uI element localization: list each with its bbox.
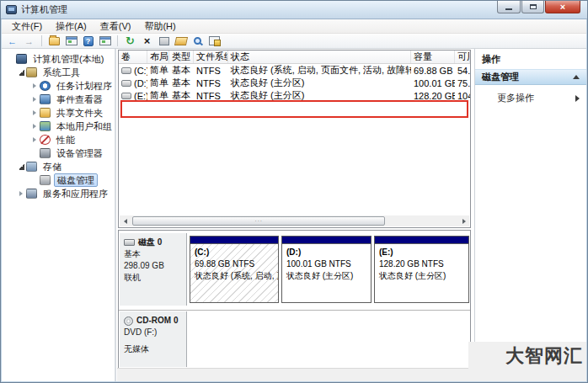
expander[interactable] <box>30 124 39 129</box>
sidebar-item-device-manager[interactable]: 设备管理器 <box>2 146 115 160</box>
sidebar-item-task-scheduler[interactable]: 任务计划程序 <box>2 79 115 93</box>
window-title: 计算机管理 <box>21 3 67 16</box>
properties-button[interactable] <box>157 35 171 47</box>
column-header-volume[interactable]: 卷 <box>119 51 147 63</box>
partition-name: (D:) <box>286 247 366 258</box>
expander[interactable] <box>30 137 39 142</box>
properties-window-button[interactable] <box>98 35 112 47</box>
back-button[interactable]: ← <box>5 35 19 47</box>
volume-icon <box>121 80 131 87</box>
close-button[interactable]: × <box>545 1 580 13</box>
partition-d[interactable]: (D:) 100.01 GB NTFS 状态良好 (主分区) <box>281 236 372 303</box>
refresh-icon: ↻ <box>126 35 135 47</box>
disk-status: 联机 <box>124 272 182 284</box>
volume-free: 54.3 <box>455 66 470 76</box>
sidebar-item-computer-management[interactable]: 计算机管理(本地) <box>2 52 115 66</box>
close-icon: × <box>560 2 565 13</box>
column-header-capacity[interactable]: 容量 <box>411 51 455 63</box>
scroll-left-icon <box>124 219 127 224</box>
graphical-view: 磁盘 0 基本 298.09 GB 联机 (C:) 69.88 GB NTFS … <box>118 230 471 369</box>
volume-layout: 简单 <box>147 77 169 89</box>
scroll-right-icon <box>462 219 466 224</box>
cd-rom-icon <box>124 317 133 326</box>
menu-action[interactable]: 操作(A) <box>49 19 94 35</box>
expander-closed-icon <box>33 137 36 142</box>
minimize-button[interactable] <box>497 1 521 13</box>
console-window-icon <box>66 36 78 45</box>
show-hide-tree-button[interactable] <box>47 35 61 47</box>
forward-button[interactable]: → <box>22 35 36 47</box>
table-row-volume-d[interactable]: (D:) 简单 基本 NTFS 状态良好 (主分区) 100.01 GB 75.… <box>119 77 470 89</box>
sidebar-item-system-tools[interactable]: 系统工具 <box>2 66 115 79</box>
computer-management-window: 计算机管理 × 文件(F) 操作(A) 查看(V) 帮助(H) ← → ? ↻ … <box>0 0 588 383</box>
partition-status: 状态良好 (主分区) <box>286 270 366 282</box>
performance-icon <box>40 135 51 145</box>
column-header-filesystem[interactable]: 文件系统 <box>194 51 228 63</box>
maximize-button[interactable] <box>521 1 544 13</box>
collapse-icon[interactable] <box>573 75 580 79</box>
actions-section-disk-management[interactable]: 磁盘管理 <box>475 69 586 85</box>
sidebar-item-performance[interactable]: 性能 <box>2 133 115 146</box>
column-header-free[interactable]: 可用空间 <box>455 51 470 63</box>
volume-status: 状态良好 (系统, 启动, 页面文件, 活动, 故障转储, 主分区) <box>228 64 411 77</box>
expander-closed-icon <box>33 83 36 88</box>
column-header-status[interactable]: 状态 <box>228 51 411 63</box>
maximize-icon <box>530 4 537 9</box>
expander-open-icon <box>19 164 24 170</box>
scroll-right-button[interactable] <box>458 215 469 226</box>
menu-help[interactable]: 帮助(H) <box>137 19 182 35</box>
menu-file[interactable]: 文件(F) <box>5 19 49 35</box>
delete-icon: × <box>144 35 151 47</box>
open-folder-icon <box>174 37 187 45</box>
scroll-left-button[interactable] <box>120 215 131 226</box>
table-row-volume-c[interactable]: (C:) 简单 基本 NTFS 状态良好 (系统, 启动, 页面文件, 活动, … <box>119 64 470 77</box>
console-window-button[interactable] <box>64 35 78 47</box>
menu-view[interactable]: 查看(V) <box>94 19 138 35</box>
volume-fs: NTFS <box>194 66 228 76</box>
expander-closed-icon <box>33 124 36 129</box>
hard-disk-icon <box>124 239 135 246</box>
event-viewer-icon <box>40 94 51 104</box>
title-bar[interactable]: 计算机管理 × <box>1 1 587 19</box>
sidebar-item-shared-folders[interactable]: 共享文件夹 <box>2 106 115 120</box>
minimize-icon <box>505 8 512 10</box>
partition-c[interactable]: (C:) 69.88 GB NTFS 状态良好 (系统, 启动, 页面 <box>190 236 279 303</box>
menu-bar: 文件(F) 操作(A) 查看(V) 帮助(H) <box>2 19 586 34</box>
sidebar-item-local-users-groups[interactable]: 本地用户和组 <box>2 120 115 133</box>
column-header-type[interactable]: 类型 <box>169 51 194 63</box>
delete-button[interactable]: × <box>140 35 154 47</box>
search-button[interactable] <box>190 35 205 47</box>
expander[interactable] <box>30 97 39 102</box>
expander-closed-icon <box>33 110 36 115</box>
expander[interactable] <box>17 191 25 196</box>
sidebar-item-disk-management[interactable]: 磁盘管理 <box>2 173 115 187</box>
volume-capacity: 69.88 GB <box>411 66 455 76</box>
expander[interactable] <box>17 70 25 76</box>
manage-button[interactable] <box>207 35 222 47</box>
expander[interactable] <box>17 164 25 170</box>
expander[interactable] <box>30 83 39 88</box>
scrollbar-thumb[interactable]: ∙∙∙ <box>132 216 385 226</box>
refresh-button[interactable]: ↻ <box>123 35 137 47</box>
help-button[interactable]: ? <box>81 35 95 47</box>
column-header-layout[interactable]: 布局 <box>147 51 169 63</box>
sidebar-item-storage[interactable]: 存储 <box>2 160 115 173</box>
more-actions-item[interactable]: 更多操作 <box>475 85 586 104</box>
app-icon <box>6 5 17 14</box>
expander[interactable] <box>30 110 39 115</box>
partition-e[interactable]: (E:) 128.20 GB NTFS 状态良好 (主分区) <box>374 236 469 303</box>
folder-icon <box>49 37 60 45</box>
toolbar-separator <box>117 35 118 46</box>
horizontal-scrollbar[interactable]: ∙∙∙ <box>120 215 469 226</box>
disk-0-label[interactable]: 磁盘 0 基本 298.09 GB 联机 <box>120 233 187 306</box>
open-button[interactable] <box>174 35 188 47</box>
cdrom-name: CD-ROM 0 <box>136 315 178 327</box>
help-icon: ? <box>83 36 94 46</box>
sidebar-item-services-applications[interactable]: 服务和应用程序 <box>2 187 115 200</box>
storage-icon <box>26 162 37 172</box>
submenu-arrow-icon <box>575 95 580 102</box>
volume-fs: NTFS <box>194 91 228 101</box>
sidebar-item-label: 系统工具 <box>40 66 83 78</box>
sidebar-item-event-viewer[interactable]: 事件查看器 <box>2 93 115 106</box>
cdrom-label[interactable]: CD-ROM 0 DVD (F:) 无媒体 <box>120 311 187 367</box>
